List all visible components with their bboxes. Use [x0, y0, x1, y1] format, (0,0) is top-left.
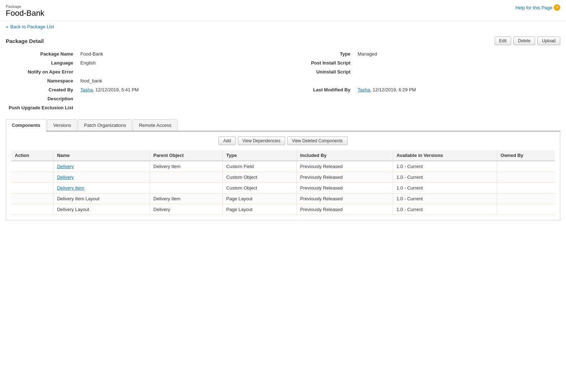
push-upgrade-value — [77, 103, 283, 112]
help-icon: ? — [554, 4, 560, 11]
cell-name: Delivery — [53, 161, 150, 172]
col-action: Action — [11, 150, 53, 161]
package-name-value: Food-Bank — [77, 49, 283, 58]
created-by-date: 12/12/2019, 5:41 PM — [95, 87, 139, 92]
post-install-script-value — [355, 58, 560, 67]
view-dependencies-button[interactable]: View Dependencies — [238, 137, 285, 145]
post-install-script-label: Post Install Script — [283, 58, 355, 67]
last-modified-by-link[interactable]: Tasha — [358, 87, 370, 92]
tabs: Components Versions Patch Organizations … — [6, 119, 560, 132]
cell-parent-object — [150, 183, 222, 193]
component-name-link[interactable]: Delivery — [57, 175, 74, 180]
cell-type: Custom Object — [222, 183, 296, 193]
col-name: Name — [53, 150, 150, 161]
package-detail-table: Package Name Food-Bank Type Managed Lang… — [6, 49, 560, 112]
component-name-link[interactable]: Delivery Item — [57, 185, 84, 191]
col-owned-by: Owned By — [497, 150, 555, 161]
add-component-button[interactable]: Add — [218, 137, 235, 145]
cell-parent-object: Delivery — [150, 204, 222, 215]
cell-parent-object: Delivery Item — [150, 193, 222, 204]
cell-available-versions: 1.0 - Current — [393, 204, 497, 215]
cell-action — [11, 204, 53, 215]
cell-name: Delivery Item Layout — [53, 193, 150, 204]
type-label: Type — [283, 49, 355, 58]
cell-included-by: Previously Released — [296, 183, 393, 193]
created-by-link[interactable]: Tasha — [80, 87, 93, 92]
created-by-label: Created By — [6, 85, 77, 94]
components-tab-content: Add View Dependencies View Deleted Compo… — [6, 132, 560, 220]
uninstall-script-value — [355, 67, 560, 76]
cell-available-versions: 1.0 - Current — [393, 172, 497, 183]
uninstall-script-label: Uninstall Script — [283, 67, 355, 76]
cell-type: Page Layout — [222, 193, 296, 204]
namespace-value: food_bank — [77, 76, 283, 85]
cell-name: Delivery Layout — [53, 204, 150, 215]
table-row: DeliveryDelivery ItemCustom FieldPreviou… — [11, 161, 555, 172]
table-row: Delivery Item LayoutDelivery ItemPage La… — [11, 193, 555, 204]
cell-owned-by — [497, 193, 555, 204]
cell-available-versions: 1.0 - Current — [393, 193, 497, 204]
tab-patch-organizations[interactable]: Patch Organizations — [78, 119, 132, 131]
cell-action — [11, 172, 53, 183]
push-upgrade-label: Push Upgrade Exclusion List — [6, 103, 77, 112]
language-label: Language — [6, 58, 77, 67]
last-modified-by-value: Tasha, 12/12/2019, 6:29 PM — [355, 85, 560, 94]
cell-owned-by — [497, 161, 555, 172]
tab-components[interactable]: Components — [6, 119, 46, 132]
tab-remote-access[interactable]: Remote Access — [133, 119, 177, 131]
components-tab-actions: Add View Dependencies View Deleted Compo… — [11, 137, 555, 145]
section-title: Package Detail — [6, 38, 44, 44]
cell-owned-by — [497, 204, 555, 215]
page-title: Food-Bank — [6, 9, 44, 18]
last-modified-by-label: Last Modified By — [283, 85, 355, 94]
cell-included-by: Previously Released — [296, 204, 393, 215]
table-row: DeliveryCustom ObjectPreviously Released… — [11, 172, 555, 183]
cell-included-by: Previously Released — [296, 161, 393, 172]
namespace-label: Namespace — [6, 76, 77, 85]
col-type: Type — [222, 150, 296, 161]
help-link-label: Help for this Page — [515, 5, 552, 10]
upload-button[interactable]: Upload — [537, 37, 560, 45]
help-link[interactable]: Help for this Page ? — [515, 4, 560, 11]
cell-name: Delivery Item — [53, 183, 150, 193]
back-to-package-list-link[interactable]: Back to Package List — [10, 24, 54, 29]
cell-included-by: Previously Released — [296, 193, 393, 204]
notify-apex-error-label: Notify on Apex Error — [6, 67, 77, 76]
col-included-by: Included By — [296, 150, 393, 161]
component-name-link[interactable]: Delivery — [57, 164, 74, 169]
description-label: Description — [6, 94, 77, 103]
col-available-in-versions: Available in Versions — [393, 150, 497, 161]
cell-type: Custom Field — [222, 161, 296, 172]
cell-name: Delivery — [53, 172, 150, 183]
cell-parent-object: Delivery Item — [150, 161, 222, 172]
cell-owned-by — [497, 172, 555, 183]
delete-button[interactable]: Delete — [513, 37, 535, 45]
cell-parent-object — [150, 172, 222, 183]
components-table: Action Name Parent Object Type Included … — [11, 150, 555, 215]
package-detail-buttons: Edit Delete Upload — [495, 37, 560, 45]
last-modified-by-date: 12/12/2019, 6:29 PM — [373, 87, 416, 92]
cell-action — [11, 161, 53, 172]
cell-available-versions: 1.0 - Current — [393, 161, 497, 172]
package-name-label: Package Name — [6, 49, 77, 58]
created-by-value: Tasha, 12/12/2019, 5:41 PM — [77, 85, 283, 94]
cell-included-by: Previously Released — [296, 172, 393, 183]
cell-available-versions: 1.0 - Current — [393, 183, 497, 193]
cell-action — [11, 183, 53, 193]
col-parent-object: Parent Object — [150, 150, 222, 161]
table-row: Delivery ItemCustom ObjectPreviously Rel… — [11, 183, 555, 193]
view-deleted-components-button[interactable]: View Deleted Components — [287, 137, 348, 145]
language-value: English — [77, 58, 283, 67]
description-value — [77, 94, 283, 103]
cell-owned-by — [497, 183, 555, 193]
cell-type: Page Layout — [222, 204, 296, 215]
tab-versions[interactable]: Versions — [47, 119, 77, 131]
table-row: Delivery LayoutDeliveryPage LayoutPrevio… — [11, 204, 555, 215]
page-label: Package — [6, 4, 44, 9]
notify-apex-error-value — [77, 67, 283, 76]
cell-type: Custom Object — [222, 172, 296, 183]
back-chevron: « — [6, 24, 8, 29]
cell-action — [11, 193, 53, 204]
type-value: Managed — [355, 49, 560, 58]
edit-button[interactable]: Edit — [495, 37, 511, 45]
